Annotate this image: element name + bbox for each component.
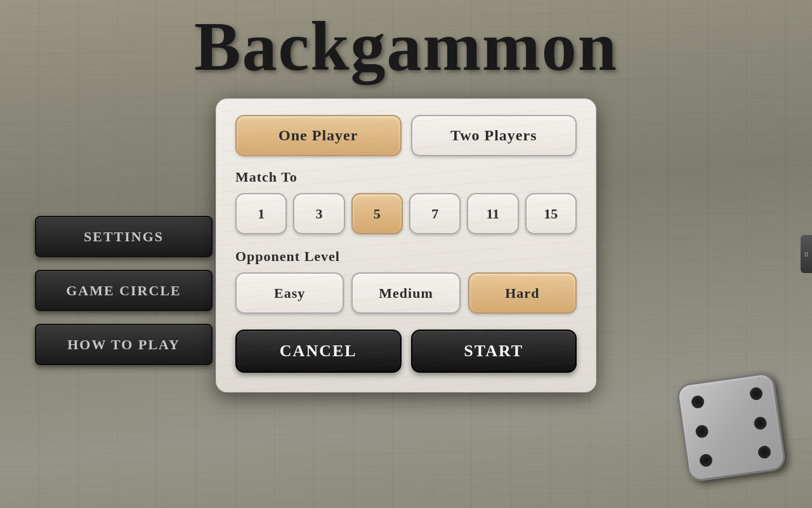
- settings-button[interactable]: Settings: [35, 216, 213, 257]
- match-3-button[interactable]: 3: [293, 193, 344, 234]
- dice-dot-2: [749, 387, 764, 401]
- dice-face: [676, 371, 787, 483]
- dice-dot-1: [691, 395, 705, 410]
- dice-dot-4: [753, 416, 768, 431]
- match-5-button[interactable]: 5: [351, 193, 403, 234]
- opponent-level-label: Opponent Level: [235, 248, 577, 265]
- hard-button[interactable]: Hard: [468, 272, 577, 314]
- dice-dot-3: [695, 424, 709, 439]
- match-15-button[interactable]: 15: [525, 193, 577, 234]
- game-title: Backgammon: [194, 6, 618, 87]
- sidebar: Settings Game Circle How To Play: [35, 216, 213, 365]
- match-11-button[interactable]: 11: [467, 193, 518, 234]
- action-button-group: Cancel Start: [235, 330, 577, 373]
- cancel-button[interactable]: Cancel: [235, 330, 402, 373]
- one-player-button[interactable]: One Player: [235, 115, 402, 156]
- right-handle[interactable]: II: [801, 235, 812, 273]
- dice-decoration: [682, 378, 780, 476]
- dice-dot-5: [699, 453, 714, 468]
- easy-button[interactable]: Easy: [235, 272, 344, 314]
- level-button-group: Easy Medium Hard: [235, 272, 577, 314]
- start-button[interactable]: Start: [411, 330, 577, 373]
- game-setup-modal: One Player Two Players Match To 1 3 5 7 …: [216, 98, 596, 392]
- game-circle-button[interactable]: Game Circle: [35, 270, 213, 311]
- match-to-label: Match To: [235, 169, 577, 185]
- match-7-button[interactable]: 7: [409, 193, 461, 234]
- medium-button[interactable]: Medium: [351, 272, 460, 314]
- mode-button-group: One Player Two Players: [235, 115, 577, 156]
- dice-dot-6: [757, 445, 772, 460]
- match-1-button[interactable]: 1: [235, 193, 287, 234]
- how-to-play-button[interactable]: How To Play: [35, 324, 213, 365]
- two-players-button[interactable]: Two Players: [411, 115, 577, 156]
- match-button-group: 1 3 5 7 11 15: [235, 193, 577, 234]
